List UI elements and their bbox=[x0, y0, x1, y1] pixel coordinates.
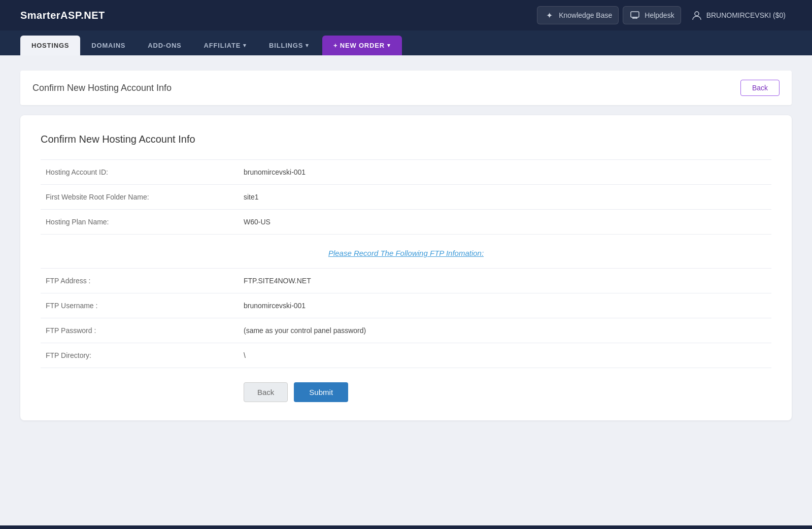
field-ftp-password: FTP Password : (same as your control pan… bbox=[41, 318, 771, 343]
hosting-account-id-label: Hosting Account ID: bbox=[41, 168, 244, 176]
ftp-address-value: FTP.SITE4NOW.NET bbox=[244, 277, 311, 285]
tab-add-ons[interactable]: ADD-ONS bbox=[137, 36, 192, 55]
tab-affiliate[interactable]: AFFILIATE ▾ bbox=[193, 36, 258, 55]
ftp-directory-value: \ bbox=[244, 351, 246, 359]
tab-domains[interactable]: DOMAINS bbox=[80, 36, 137, 55]
root-folder-value: site1 bbox=[244, 193, 259, 201]
button-row: Back Submit bbox=[41, 368, 771, 402]
field-ftp-username: FTP Username : brunomircevski-001 bbox=[41, 293, 771, 318]
ftp-username-value: brunomircevski-001 bbox=[244, 302, 306, 310]
form-back-button[interactable]: Back bbox=[244, 382, 288, 402]
helpdesk-icon bbox=[629, 10, 640, 21]
ftp-section: FTP Address : FTP.SITE4NOW.NET FTP Usern… bbox=[41, 268, 771, 368]
tab-hostings[interactable]: HOSTINGS bbox=[20, 36, 80, 55]
user-nav[interactable]: BRUNOMIRCEVSKI ($0) bbox=[685, 7, 792, 24]
svg-rect-0 bbox=[631, 12, 639, 17]
field-ftp-directory: FTP Directory: \ bbox=[41, 343, 771, 368]
main-content: Confirm New Hosting Account Info Back Co… bbox=[0, 55, 812, 525]
ftp-password-label: FTP Password : bbox=[41, 326, 244, 335]
page-header-bar: Confirm New Hosting Account Info Back bbox=[20, 71, 792, 105]
billings-chevron-icon: ▾ bbox=[306, 42, 309, 49]
field-root-folder: First Website Root Folder Name: site1 bbox=[41, 185, 771, 210]
root-folder-label: First Website Root Folder Name: bbox=[41, 193, 244, 201]
form-card: Confirm New Hosting Account Info Hosting… bbox=[20, 115, 792, 420]
ftp-password-value: (same as your control panel password) bbox=[244, 326, 366, 335]
ftp-directory-label: FTP Directory: bbox=[41, 351, 244, 359]
form-submit-button[interactable]: Submit bbox=[294, 382, 348, 402]
helpdesk-label: Helpdesk bbox=[645, 11, 674, 19]
info-section: Hosting Account ID: brunomircevski-001 F… bbox=[41, 159, 771, 235]
hosting-plan-value: W60-US bbox=[244, 218, 270, 226]
field-hosting-plan: Hosting Plan Name: W60-US bbox=[41, 210, 771, 235]
hosting-account-id-value: brunomircevski-001 bbox=[244, 168, 306, 176]
ftp-notice: Please Record The Following FTP Infomati… bbox=[41, 235, 771, 263]
tab-new-order[interactable]: + NEW ORDER ▾ bbox=[322, 36, 402, 55]
header-nav: ✦ Knowledge Base Helpdesk BRUNOMIRCEVSKI… bbox=[537, 6, 792, 24]
ftp-username-label: FTP Username : bbox=[41, 302, 244, 310]
helpdesk-nav[interactable]: Helpdesk bbox=[623, 6, 681, 24]
header: SmarterASP.NET ✦ Knowledge Base Helpdesk bbox=[0, 0, 812, 30]
ftp-address-label: FTP Address : bbox=[41, 277, 244, 285]
knowledge-base-label: Knowledge Base bbox=[559, 11, 612, 19]
hosting-plan-label: Hosting Plan Name: bbox=[41, 218, 244, 226]
page-back-button[interactable]: Back bbox=[740, 80, 780, 96]
field-hosting-account-id: Hosting Account ID: brunomircevski-001 bbox=[41, 160, 771, 185]
field-ftp-address: FTP Address : FTP.SITE4NOW.NET bbox=[41, 269, 771, 293]
affiliate-chevron-icon: ▾ bbox=[243, 42, 247, 49]
user-label: BRUNOMIRCEVSKI ($0) bbox=[706, 11, 786, 19]
tab-billings[interactable]: BILLINGS ▾ bbox=[258, 36, 320, 55]
knowledge-base-nav[interactable]: ✦ Knowledge Base bbox=[537, 6, 619, 24]
new-order-chevron-icon: ▾ bbox=[387, 42, 391, 49]
tab-nav: HOSTINGS DOMAINS ADD-ONS AFFILIATE ▾ BIL… bbox=[0, 30, 812, 55]
ftp-notice-text[interactable]: Please Record The Following FTP Infomati… bbox=[328, 249, 484, 257]
page-title: Confirm New Hosting Account Info bbox=[32, 83, 172, 93]
form-card-title: Confirm New Hosting Account Info bbox=[41, 134, 771, 145]
knowledge-base-icon: ✦ bbox=[544, 10, 555, 21]
logo: SmarterASP.NET bbox=[20, 10, 105, 21]
svg-point-2 bbox=[695, 12, 699, 16]
user-icon bbox=[691, 10, 702, 21]
